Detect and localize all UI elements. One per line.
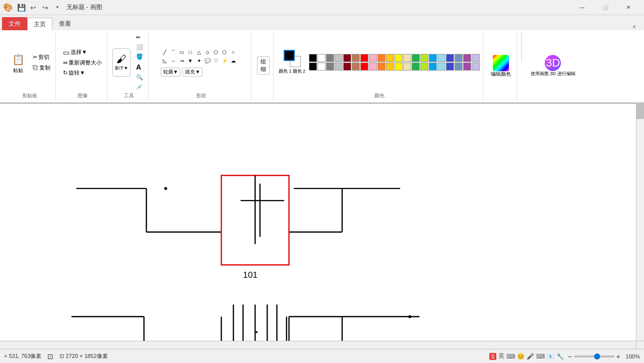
text-btn[interactable]: A [134,62,145,72]
shapes-more[interactable]: ▼ [186,57,195,65]
color-swatch[interactable] [386,63,394,71]
color-swatch[interactable] [309,54,317,62]
input-icon[interactable]: ⌨ [506,353,515,360]
color1-swatch[interactable] [284,50,295,61]
color-swatch[interactable] [463,54,471,62]
color-swatch[interactable] [335,54,343,62]
paint3d-btn[interactable]: 3D 使用画图 3D 进行编辑 [529,54,577,78]
outline-btn[interactable]: 轮廓▼ [161,68,181,77]
color-swatch[interactable] [412,54,420,62]
vertical-scrollbar[interactable] [636,104,644,341]
maximize-btn[interactable]: ⬜ [594,0,617,15]
color-swatch[interactable] [403,54,411,62]
color-swatch[interactable] [472,63,480,71]
color-swatch[interactable] [455,63,463,71]
color-swatch[interactable] [429,63,437,71]
color-swatch[interactable] [326,54,334,62]
color-swatch[interactable] [395,54,403,62]
color-swatch[interactable] [437,54,445,62]
copy-btn[interactable]: ⿻ 复制 [31,63,52,73]
color-swatch[interactable] [369,54,377,62]
emoji-icon[interactable]: 😊 [517,353,525,360]
cut-btn[interactable]: ✂ 剪切 [31,52,52,62]
tab-view[interactable]: 查看 [52,17,78,30]
color-swatch[interactable] [360,63,368,71]
color-swatch[interactable] [377,63,385,71]
callout-shape[interactable]: 💬 [204,57,212,65]
color-swatch[interactable] [335,63,343,71]
paste-btn[interactable]: 📋 粘贴 [7,50,29,75]
ribbon-collapse-btn[interactable]: ∧ [630,23,638,30]
color-swatch[interactable] [309,63,317,71]
color-swatch[interactable] [326,63,334,71]
star-shape[interactable]: ✦ [195,57,203,65]
select-btn[interactable]: ▭ 选择▼ [61,47,89,57]
color-swatch[interactable] [360,54,368,62]
color-swatch[interactable] [317,63,326,71]
arrow-shape[interactable]: → [169,57,177,65]
color-swatch[interactable] [429,54,437,62]
color-swatch[interactable] [395,63,403,71]
color-swatch[interactable] [420,63,428,71]
pencil-btn[interactable]: ✏ [134,33,145,42]
resize-btn[interactable]: ⇔ 重新调整大小 [61,58,104,68]
color-swatch[interactable] [377,54,385,62]
redo-btn[interactable]: ↪ [40,3,50,13]
right-triangle-shape[interactable]: ◺ [161,57,169,65]
diamond-shape[interactable]: ◇ [204,48,212,56]
save-quick-btn[interactable]: 💾 [16,3,26,13]
arrow2-shape[interactable]: ⇒ [178,57,186,65]
fill-btn[interactable]: 🪣 [134,52,145,61]
rect-shape[interactable]: ▭ [178,48,186,56]
color-swatch[interactable] [403,63,411,71]
color-swatch[interactable] [352,54,360,62]
tab-file[interactable]: 文件 [2,17,27,30]
color-swatch[interactable] [317,54,326,62]
curve-shape[interactable]: ⌒ [169,48,177,56]
tab-home[interactable]: 主页 [27,18,52,31]
canvas-area[interactable]: 101 [0,104,644,349]
color-swatch[interactable] [343,54,351,62]
color-swatch[interactable] [352,63,360,71]
lang-icon[interactable]: 英 [498,352,504,360]
heart-shape[interactable]: ♡ [212,57,220,65]
mic-icon[interactable]: 🎤 [527,353,534,360]
edit-color-btn[interactable]: 编辑颜色 [488,54,513,78]
lightning-shape[interactable]: ⚡ [221,57,229,65]
mail-icon[interactable]: 📧 [547,353,554,360]
sougou-icon[interactable]: S [489,353,496,360]
magnifier-btn[interactable]: 🔍 [134,73,145,82]
qa-dropdown-btn[interactable]: ▼ [52,3,62,13]
color-swatch[interactable] [463,63,471,71]
sougou2-icon[interactable]: 🔧 [556,353,564,360]
minimize-btn[interactable]: — [570,0,594,15]
rotate-btn[interactable]: ↻ 旋转▼ [61,68,87,78]
circle-shape[interactable]: ○ [229,48,237,56]
zoom-slider[interactable] [574,355,614,357]
color-swatch[interactable] [437,63,445,71]
fill-shape-btn[interactable]: 填充▼ [182,68,203,77]
undo-btn[interactable]: ↩ [28,3,38,13]
group-btn[interactable]: 组细 [257,56,270,75]
hexagon-shape[interactable]: ⬡ [221,48,229,56]
keyboard-icon[interactable]: ⌨ [536,353,545,360]
color-swatch[interactable] [420,54,428,62]
color-swatch[interactable] [369,63,377,71]
color-swatch[interactable] [412,63,420,71]
drawing-canvas[interactable]: 101 [0,104,636,341]
vscroll-thumb[interactable] [636,104,644,119]
color-swatch[interactable] [343,63,351,71]
zoom-minus-btn[interactable]: − [568,352,572,360]
line-shape[interactable]: ╱ [161,48,169,56]
eyedrop-btn[interactable]: 💉 [134,83,145,91]
cloud-shape[interactable]: ☁ [229,57,237,65]
horizontal-scrollbar[interactable] [0,341,636,349]
eraser-btn[interactable]: ⬜ [134,43,145,51]
zoom-plus-btn[interactable]: + [616,352,620,360]
triangle-shape[interactable]: △ [195,48,203,56]
pentagon-shape[interactable]: ⬠ [212,48,220,56]
color-swatch[interactable] [446,54,454,62]
color-swatch[interactable] [446,63,454,71]
close-btn[interactable]: ✕ [617,0,640,15]
rect2-shape[interactable]: □ [186,48,195,56]
